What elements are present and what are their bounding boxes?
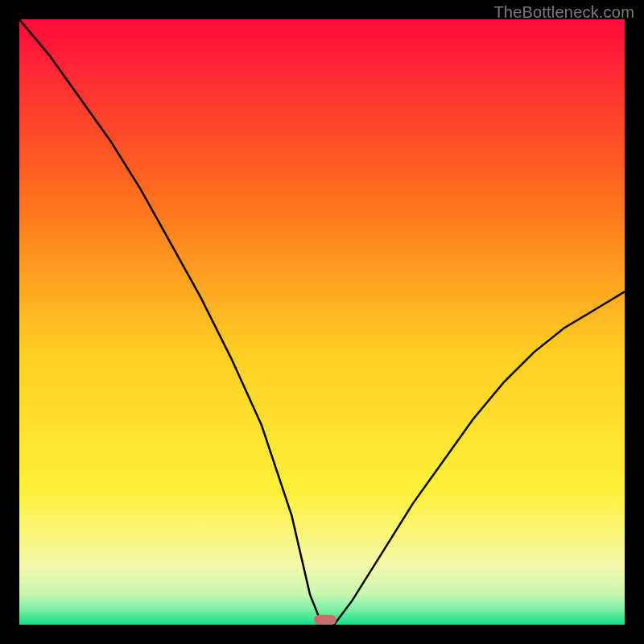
chart-svg [19, 19, 625, 625]
watermark-text: TheBottleneck.com [493, 3, 634, 22]
gradient-background [19, 19, 625, 625]
min-marker [314, 615, 336, 625]
plot-area [19, 19, 625, 625]
chart-frame: TheBottleneck.com [0, 0, 644, 644]
